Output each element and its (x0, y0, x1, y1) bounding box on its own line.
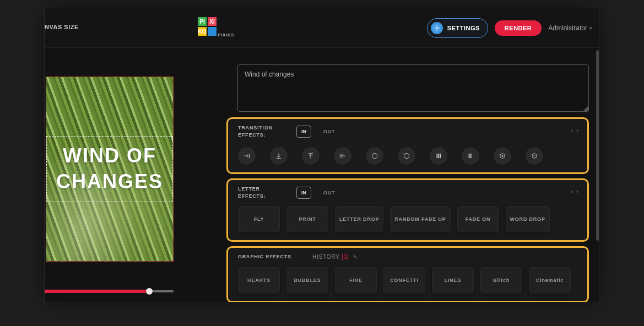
letter-next[interactable]: › (576, 188, 578, 194)
graphic-effects-section: GRAPHIC EFFECTS history [0] ✎ HEARTS BUB… (226, 246, 589, 302)
canvas-preview[interactable]: WIND OF CHANGES (46, 77, 174, 262)
chevron-down-icon: ▾ (589, 25, 592, 31)
user-label: Administrator (548, 24, 587, 32)
graphic-effect-card[interactable]: Glitch (480, 267, 522, 294)
svg-rect-3 (440, 154, 441, 158)
slide-in-up-icon[interactable] (302, 147, 320, 165)
slide-in-right-icon[interactable] (238, 147, 256, 165)
canvas-size-label[interactable]: NVAS SIZE (45, 24, 79, 30)
user-menu[interactable]: Administrator ▾ (548, 24, 592, 32)
transition-effects-row (238, 147, 578, 165)
letter-effect-card[interactable]: FLY (238, 206, 280, 232)
text-overlay[interactable]: WIND OF CHANGES (46, 136, 173, 202)
letter-effect-card[interactable]: LETTER DROP (335, 206, 383, 232)
app-window: NVAS SIZE PI XI KO PIXIKO SETTINGS RENDE… (44, 8, 599, 302)
letter-prev[interactable]: ‹ (571, 188, 573, 194)
header-actions: SETTINGS RENDER Administrator ▾ (427, 18, 592, 38)
timeline-playhead[interactable] (146, 288, 153, 295)
graphic-effect-card[interactable]: BUBBLES (286, 267, 328, 294)
timeline-played (44, 290, 149, 293)
svg-point-0 (436, 28, 437, 29)
letter-effects-row: FLY PRINT LETTER DROP RANDOM FADE UP FAD… (238, 206, 578, 232)
app-body: WIND OF CHANGES Wind of changes TRANSITI… (45, 48, 599, 302)
transition-out-button[interactable]: OUT (323, 129, 335, 134)
app-logo: PI XI KO PIXIKO (198, 17, 222, 39)
letter-out-button[interactable]: OUT (323, 190, 335, 195)
letter-effect-card[interactable]: RANDOM FADE UP (390, 206, 450, 232)
transition-effects-section: TRANSITION EFFECTS: IN OUT ‹ › (226, 117, 589, 174)
venetian-lines-icon[interactable] (462, 147, 479, 165)
text-content-input[interactable]: Wind of changes (237, 64, 589, 112)
svg-rect-2 (438, 154, 439, 158)
graphic-effects-row: HEARTS BUBBLES FIRE CONFETTI LINES Glitc… (238, 267, 578, 294)
letter-in-button[interactable]: IN (296, 187, 311, 199)
graphic-effect-card[interactable]: LINES (432, 267, 474, 294)
history-count: [0] (342, 254, 349, 260)
svg-rect-1 (437, 154, 438, 158)
zoom-out-icon[interactable] (526, 147, 543, 165)
graphic-effect-card[interactable]: FIRE (335, 267, 377, 294)
letter-section-label: LETTER EFFECTS: (238, 186, 286, 199)
app-header: NVAS SIZE PI XI KO PIXIKO SETTINGS RENDE… (45, 8, 599, 48)
panel-scrollbar[interactable] (596, 50, 599, 241)
graphic-history[interactable]: history [0] ✎ (312, 254, 358, 260)
preview-column: WIND OF CHANGES (45, 48, 221, 302)
text-content-value: Wind of changes (245, 70, 294, 78)
rotate-cw-icon[interactable] (366, 147, 383, 165)
logo-cell: XI (208, 17, 217, 26)
timeline[interactable] (45, 287, 221, 295)
history-label: history (312, 254, 340, 260)
rotate-ccw-icon[interactable] (398, 147, 415, 165)
transition-prev[interactable]: ‹ (571, 127, 573, 133)
venetian-solid-icon[interactable] (430, 147, 447, 165)
logo-cell (208, 27, 217, 36)
logo-cell: KO (198, 27, 207, 36)
zoom-in-icon[interactable] (494, 147, 511, 165)
letter-effect-card[interactable]: FADE ON (457, 206, 499, 232)
transition-in-button[interactable]: IN (296, 126, 311, 138)
logo-subtext: PIXIKO (218, 33, 234, 37)
gear-icon (431, 22, 443, 34)
letter-effect-card[interactable]: PRINT (286, 206, 328, 232)
slide-in-left-icon[interactable] (334, 147, 351, 165)
logo-cell: PI (198, 17, 207, 26)
letter-effect-card[interactable]: WORD DROP (506, 206, 550, 232)
letter-effects-section: LETTER EFFECTS: IN OUT ‹ › FLY PRINT LET… (226, 178, 589, 242)
transition-section-label: TRANSITION EFFECTS: (238, 124, 286, 138)
settings-panel: Wind of changes TRANSITION EFFECTS: IN O… (221, 48, 599, 302)
graphic-section-label: GRAPHIC EFFECTS (238, 253, 291, 260)
settings-label: SETTINGS (447, 25, 480, 31)
render-button[interactable]: RENDER (495, 20, 542, 36)
graphic-effect-card[interactable]: Cinematic (529, 267, 571, 294)
pencil-icon: ✎ (353, 254, 358, 260)
graphic-effect-card[interactable]: HEARTS (238, 267, 280, 294)
settings-button[interactable]: SETTINGS (427, 18, 488, 38)
transition-next[interactable]: › (576, 127, 578, 133)
slide-in-down-icon[interactable] (270, 147, 288, 165)
graphic-effect-card[interactable]: CONFETTI (383, 267, 425, 294)
